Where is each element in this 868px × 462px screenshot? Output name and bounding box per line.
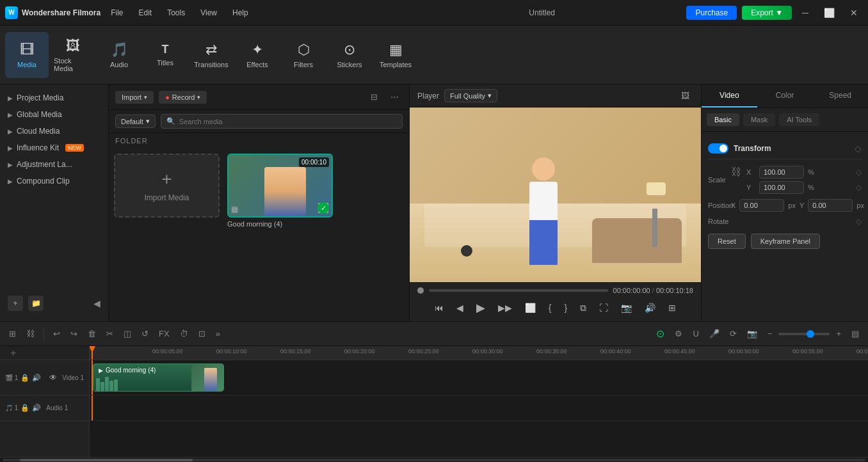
audio-mute-button[interactable]: 🔊 <box>32 404 41 412</box>
sub-tab-ai-tools[interactable]: AI Tools <box>779 113 819 126</box>
video-clip-good-morning[interactable]: ▶ Good morning (4) <box>93 363 224 392</box>
progress-bar[interactable]: 00:00:00:00 / 00:00:10:18 <box>417 287 693 294</box>
mic-button[interactable]: 🎤 <box>705 326 723 341</box>
close-button[interactable]: ✕ <box>845 6 863 19</box>
link-button[interactable]: ⛓ <box>22 326 38 341</box>
sync-button[interactable]: ⟳ <box>726 326 741 341</box>
scrollbar-track[interactable] <box>3 459 865 461</box>
sidebar-item-cloud-media[interactable]: ▶ Cloud Media <box>0 123 108 139</box>
search-input[interactable] <box>179 118 397 125</box>
fullscreen-button[interactable]: ⛶ <box>597 300 611 315</box>
sidebar-item-influence-kit[interactable]: ▶ Influence Kit NEW <box>0 139 108 156</box>
add-track-button[interactable]: + <box>5 346 21 362</box>
playhead[interactable] <box>92 346 93 360</box>
settings-button[interactable]: ⚙ <box>671 326 686 341</box>
toolbar-filters[interactable]: ⬡ Filters <box>282 32 325 78</box>
media-thumb-good-morning[interactable]: 00:00:10 ✓ ▦ Good morning (4) <box>227 154 333 228</box>
toolbar-transitions[interactable]: ⇄ Transitions <box>189 32 233 78</box>
audio-lock-button[interactable]: 🔒 <box>20 404 29 412</box>
sidebar-item-compound-clip[interactable]: ▶ Compound Clip <box>0 173 108 189</box>
crop-button[interactable]: ⬜ <box>522 300 538 315</box>
add-media-button[interactable]: + <box>8 296 23 311</box>
menu-file[interactable]: File <box>108 6 125 20</box>
toolbar-templates[interactable]: ▦ Templates <box>374 32 417 78</box>
screenshot-button[interactable]: 📷 <box>618 300 634 315</box>
toolbar-media[interactable]: 🎞 Media <box>5 32 49 78</box>
sub-tab-basic[interactable]: Basic <box>707 113 739 126</box>
transform-section-header[interactable]: Transform ◇ <box>708 138 862 159</box>
search-box[interactable]: 🔍 <box>161 114 403 129</box>
play-button[interactable]: ▶ <box>474 298 488 317</box>
sub-tab-mask[interactable]: Mask <box>743 113 775 126</box>
track-visibility-button[interactable]: 👁 <box>49 373 57 382</box>
mark-in-button[interactable]: { <box>546 300 554 315</box>
scale-y-input[interactable] <box>759 181 804 194</box>
sort-dropdown[interactable]: Default ▾ <box>115 115 156 128</box>
fit-button[interactable]: ⊞ <box>666 300 679 315</box>
minimize-button[interactable]: ─ <box>797 6 814 19</box>
rotate-clip-button[interactable]: ↺ <box>138 326 152 341</box>
zoom-thumb[interactable] <box>807 330 814 338</box>
audio-button[interactable]: U <box>689 326 702 341</box>
timeline-main[interactable]: 00:00:05:00 00:00:10:00 00:00:15:00 00:0… <box>90 346 868 457</box>
menu-tools[interactable]: Tools <box>165 6 188 20</box>
scrollbar-thumb[interactable] <box>20 459 193 461</box>
export-button[interactable]: Export ▼ <box>742 6 792 20</box>
more-button[interactable]: » <box>212 326 224 341</box>
tab-color[interactable]: Color <box>757 84 813 108</box>
undo-button[interactable]: ↩ <box>49 326 64 341</box>
zoom-slider[interactable] <box>778 333 830 335</box>
record-button[interactable]: ● Record ▾ <box>159 91 207 104</box>
cut-button[interactable]: ✂ <box>102 326 117 341</box>
freeze-button[interactable]: ⏱ <box>176 326 192 341</box>
keyframe-panel-button[interactable]: Keyframe Panel <box>751 234 820 249</box>
progress-track[interactable] <box>429 289 608 292</box>
menu-help[interactable]: Help <box>230 6 251 20</box>
camera-button[interactable]: 📷 <box>743 326 761 341</box>
transform-toggle[interactable] <box>708 143 728 154</box>
filter-icon-button[interactable]: ⊟ <box>367 90 382 104</box>
purchase-button[interactable]: Purchase <box>686 6 737 20</box>
position-y-input[interactable] <box>808 199 853 212</box>
sidebar-item-project-media[interactable]: ▶ Project Media <box>0 90 108 106</box>
horizontal-scrollbar[interactable] <box>0 457 868 462</box>
toolbar-titles[interactable]: T Titles <box>143 32 187 78</box>
sidebar-item-adjustment-layer[interactable]: ▶ Adjustment La... <box>0 156 108 173</box>
plus-zoom-button[interactable]: + <box>832 326 845 341</box>
track-mute-button[interactable]: 🔊 <box>32 374 41 382</box>
layout-button[interactable]: ▤ <box>848 326 863 341</box>
toolbar-audio[interactable]: 🎵 Audio <box>97 32 141 78</box>
import-button[interactable]: Import ▾ <box>115 91 154 104</box>
folder-button[interactable]: 📁 <box>28 296 44 311</box>
frame-back-button[interactable]: ◀ <box>454 300 466 315</box>
keyframe-diamond-icon-2[interactable]: ◇ <box>856 183 862 192</box>
crop2-button[interactable]: ⊡ <box>195 326 209 341</box>
maximize-button[interactable]: ⬜ <box>819 6 840 19</box>
collapse-button[interactable]: ◀ <box>93 296 100 311</box>
toolbar-stickers[interactable]: ⊙ Stickers <box>328 32 371 78</box>
volume-button[interactable]: 🔊 <box>642 300 658 315</box>
reset-button[interactable]: Reset <box>708 234 746 249</box>
tab-speed[interactable]: Speed <box>812 84 868 108</box>
crop-clip-button[interactable]: ◫ <box>120 326 135 341</box>
delete-button[interactable]: 🗑 <box>84 326 100 341</box>
quality-select[interactable]: Full Quality ▾ <box>444 89 497 102</box>
sidebar-item-global-media[interactable]: ▶ Global Media <box>0 106 108 123</box>
scale-x-input[interactable] <box>759 166 804 179</box>
player-settings-button[interactable]: 🖼 <box>677 88 693 103</box>
frame-forward-button[interactable]: ▶▶ <box>495 300 515 315</box>
add-media-track-button[interactable]: ⊞ <box>5 326 20 341</box>
record-toggle[interactable]: ⊙ <box>652 325 668 342</box>
minus-zoom-button[interactable]: − <box>764 326 776 341</box>
skip-back-button[interactable]: ⏮ <box>432 300 446 315</box>
tab-video[interactable]: Video <box>702 84 757 108</box>
import-media-item[interactable]: + Import Media <box>114 154 220 218</box>
position-x-input[interactable] <box>739 199 784 212</box>
redo-button[interactable]: ↪ <box>67 326 81 341</box>
menu-edit[interactable]: Edit <box>136 6 154 20</box>
mark-out-button[interactable]: } <box>562 300 570 315</box>
fx-button[interactable]: FX <box>155 326 173 341</box>
keyframe-diamond-rotate[interactable]: ◇ <box>856 217 862 226</box>
toolbar-stock-media[interactable]: 🖼 Stock Media <box>51 32 95 78</box>
more-options-button[interactable]: ⋯ <box>387 90 403 104</box>
